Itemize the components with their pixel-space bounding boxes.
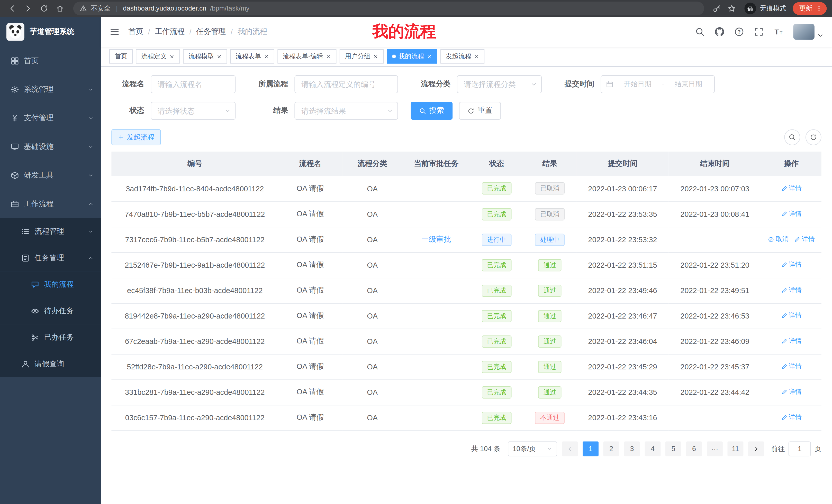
tab-close-icon[interactable] — [474, 54, 479, 59]
sidebar-item-task-management[interactable]: 任务管理 — [0, 245, 101, 271]
cell-current-task: 一级审批 — [402, 227, 470, 252]
cell-id: 7317cec6-7b9b-11ec-b5b7-acde48001122 — [111, 227, 278, 252]
tab-start-process[interactable]: 发起流程 — [440, 49, 485, 64]
avatar-image — [793, 24, 814, 40]
browser-home-button[interactable] — [53, 2, 67, 16]
tab-close-icon[interactable] — [264, 54, 269, 59]
process-name-input[interactable] — [151, 75, 235, 93]
breadcrumb-item[interactable]: 首页 — [128, 27, 143, 36]
back-icon — [8, 4, 17, 13]
detail-link[interactable]: 详情 — [781, 388, 801, 397]
page-button[interactable]: 3 — [624, 441, 640, 456]
detail-link[interactable]: 详情 — [781, 209, 801, 218]
page-button[interactable]: 5 — [666, 441, 681, 456]
page-size-select[interactable]: 10条/页 — [508, 441, 557, 456]
user-avatar[interactable] — [793, 24, 824, 40]
tab-process-definition[interactable]: 流程定义 — [136, 49, 180, 64]
tab-my-process[interactable]: 我的流程 — [387, 49, 437, 64]
sidebar-item-todo-tasks[interactable]: 待办任务 — [0, 298, 101, 324]
sidebar-item-home[interactable]: 首页 — [0, 47, 101, 75]
result-tag: 已取消 — [535, 183, 565, 194]
status-tag: 已完成 — [482, 361, 512, 373]
detail-link[interactable]: 详情 — [781, 337, 801, 346]
create-process-button[interactable]: 发起流程 — [111, 129, 161, 145]
next-page-button[interactable] — [748, 441, 764, 456]
cancel-link[interactable]: 取消 — [768, 235, 788, 244]
sidebar-item-my-process[interactable]: 我的流程 — [0, 271, 101, 298]
detail-link[interactable]: 详情 — [781, 286, 801, 295]
tab-process-form[interactable]: 流程表单 — [230, 49, 274, 64]
sidebar-item-payment[interactable]: 支付管理 — [0, 104, 101, 132]
column-header: 状态 — [470, 151, 523, 176]
tab-user-group[interactable]: 用户分组 — [340, 49, 384, 64]
tab-home[interactable]: 首页 — [109, 49, 133, 64]
page-button[interactable]: 4 — [645, 441, 661, 456]
sidebar-item-system[interactable]: 系统管理 — [0, 75, 101, 104]
detail-link[interactable]: 详情 — [781, 260, 801, 269]
status-select[interactable] — [151, 102, 235, 120]
detail-link[interactable]: 详情 — [781, 362, 801, 371]
cell-end-time: 2022-01-22 23:51:20 — [669, 252, 761, 278]
detail-link[interactable]: 详情 — [794, 235, 814, 244]
browser-forward-button[interactable] — [21, 2, 35, 16]
bookmark-star-button[interactable] — [725, 2, 738, 15]
chat-icon — [31, 280, 39, 289]
sidebar-item-workflow[interactable]: 工作流程 — [0, 190, 101, 218]
sidebar-item-dev-tools[interactable]: 研发工具 — [0, 161, 101, 190]
status-label: 状态 — [111, 106, 144, 116]
help-icon[interactable]: ? — [734, 27, 744, 36]
plus-icon — [118, 134, 124, 141]
detail-link[interactable]: 详情 — [781, 413, 801, 422]
sidebar-item-done-tasks[interactable]: 已办任务 — [0, 325, 101, 351]
category-select[interactable] — [457, 75, 542, 93]
tab-process-model[interactable]: 流程模型 — [183, 49, 227, 64]
browser-back-button[interactable] — [5, 2, 19, 16]
cell-result: 不通过 — [523, 405, 576, 430]
table-row: 819442e8-7b9a-11ec-a290-acde48001122OA 请… — [111, 303, 821, 329]
chevron-down-icon — [88, 116, 94, 121]
process-def-input[interactable] — [294, 75, 398, 93]
hamburger-icon[interactable] — [109, 26, 120, 37]
prev-page-button[interactable] — [562, 441, 578, 456]
reset-button[interactable]: 重置 — [459, 102, 501, 120]
sidebar-item-infrastructure[interactable]: 基础设施 — [0, 133, 101, 161]
sidebar-item-leave-query[interactable]: 请假查询 — [0, 351, 101, 377]
tab-close-icon[interactable] — [216, 54, 222, 59]
font-size-icon[interactable]: TT — [774, 27, 783, 36]
header-search-icon[interactable] — [695, 27, 705, 36]
detail-link[interactable]: 详情 — [781, 184, 801, 193]
page-button[interactable]: 6 — [686, 441, 702, 456]
breadcrumb-item[interactable]: 工作流程 — [155, 27, 185, 36]
password-key-button[interactable] — [710, 2, 723, 15]
tab-close-icon[interactable] — [169, 54, 175, 59]
sidebar-item-label: 请假查询 — [34, 359, 64, 369]
kebab-menu-icon[interactable] — [815, 5, 823, 12]
table-row: 331bc281-7b9a-11ec-a290-acde48001122OA 请… — [111, 380, 821, 405]
page-button[interactable]: 2 — [603, 441, 619, 456]
fullscreen-icon[interactable] — [754, 27, 763, 36]
browser-refresh-button[interactable] — [37, 2, 51, 16]
sidebar-item-process-management[interactable]: 流程管理 — [0, 218, 101, 245]
toggle-search-button[interactable] — [784, 129, 800, 145]
page-button[interactable]: 1 — [582, 441, 599, 456]
page-button[interactable]: 11 — [727, 441, 743, 456]
address-bar[interactable]: 不安全 | dashboard.yudao.iocoder.cn/bpm/tas… — [73, 2, 704, 16]
search-button[interactable]: 搜索 — [411, 102, 452, 120]
tab-process-form-edit[interactable]: 流程表单-编辑 — [278, 49, 336, 64]
action-label: 详情 — [789, 209, 802, 218]
result-select[interactable] — [294, 102, 398, 120]
page-ellipsis[interactable]: ··· — [707, 441, 723, 456]
refresh-table-button[interactable] — [806, 129, 822, 145]
goto-page-input[interactable] — [788, 441, 811, 456]
github-icon[interactable] — [715, 27, 724, 36]
update-button[interactable]: 更新 — [793, 2, 827, 15]
app-logo[interactable]: 芋道管理系统 — [0, 17, 101, 47]
tab-close-icon[interactable] — [426, 54, 432, 59]
current-task-link[interactable]: 一级审批 — [421, 235, 451, 243]
breadcrumb-item[interactable]: 任务管理 — [196, 27, 226, 36]
tab-close-icon[interactable] — [326, 54, 331, 59]
detail-link[interactable]: 详情 — [781, 311, 801, 320]
tab-close-icon[interactable] — [373, 54, 379, 59]
tab-label: 流程表单 — [235, 52, 261, 61]
submit-time-range-picker[interactable]: 开始日期 - 结束日期 — [601, 75, 715, 93]
